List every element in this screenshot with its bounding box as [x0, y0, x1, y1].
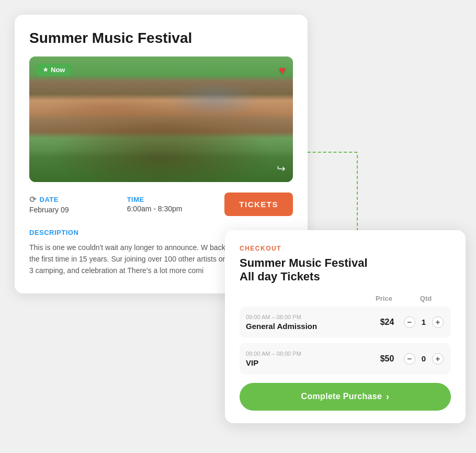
vip-decrement[interactable]: − [404, 353, 415, 365]
vip-row: 09:00 AM – 08:00 PM VIP $50 − 0 + [240, 343, 451, 375]
time-label: TIME [127, 196, 225, 203]
event-image: ★ Now ♥ ↪ [29, 56, 293, 182]
vip-info: 09:00 AM – 08:00 PM VIP [246, 350, 371, 367]
share-icon[interactable]: ↪ [277, 162, 286, 175]
date-value: February 09 [29, 206, 127, 214]
time-value: 6:00am - 8:30pm [127, 205, 225, 213]
vip-qty-control: − 0 + [403, 353, 445, 365]
general-admission-name: General Admission [246, 322, 371, 331]
general-admission-qty-control: − 1 + [403, 316, 445, 328]
vip-name: VIP [246, 358, 371, 367]
time-section: TIME 6:00am - 8:30pm [127, 196, 225, 213]
heart-icon[interactable]: ♥ [279, 64, 286, 77]
vip-price: $50 [371, 354, 403, 364]
tickets-button[interactable]: TICKETS [224, 192, 293, 216]
general-admission-increment[interactable]: + [432, 316, 444, 328]
vip-qty-value: 0 [420, 354, 428, 363]
chevron-right-icon: › [386, 391, 389, 402]
complete-purchase-button[interactable]: Complete Purchase › [240, 383, 451, 411]
star-icon: ★ [43, 66, 48, 73]
ticket-table-header: Price Qtd [240, 295, 451, 302]
general-admission-info: 09:00 AM – 08:00 PM General Admission [246, 314, 371, 331]
date-label: ⟳ DATE [29, 195, 127, 205]
scene: Summer Music Festival ★ Now ♥ ↪ ⟳ DATE F… [0, 0, 476, 453]
general-admission-time: 09:00 AM – 08:00 PM [246, 314, 371, 320]
qty-column-header: Qtd [405, 295, 447, 302]
vip-increment[interactable]: + [432, 353, 444, 365]
checkout-title: Summer Music Festival All day Tickets [240, 256, 451, 284]
complete-purchase-label: Complete Purchase [301, 392, 382, 401]
event-meta: ⟳ DATE February 09 TIME 6:00am - 8:30pm … [29, 192, 293, 216]
date-section: ⟳ DATE February 09 [29, 195, 127, 214]
checkout-card: CHECKOUT Summer Music Festival All day T… [225, 230, 466, 423]
checkout-label: CHECKOUT [240, 245, 451, 252]
event-title: Summer Music Festival [29, 29, 293, 47]
price-column-header: Price [363, 295, 405, 302]
vip-time: 09:00 AM – 08:00 PM [246, 350, 371, 357]
general-admission-qty-value: 1 [420, 318, 428, 326]
general-admission-price: $24 [371, 318, 403, 327]
calendar-icon: ⟳ [29, 195, 37, 205]
now-badge: ★ Now [37, 64, 71, 76]
general-admission-row: 09:00 AM – 08:00 PM General Admission $2… [240, 307, 451, 338]
general-admission-decrement[interactable]: − [404, 316, 415, 328]
